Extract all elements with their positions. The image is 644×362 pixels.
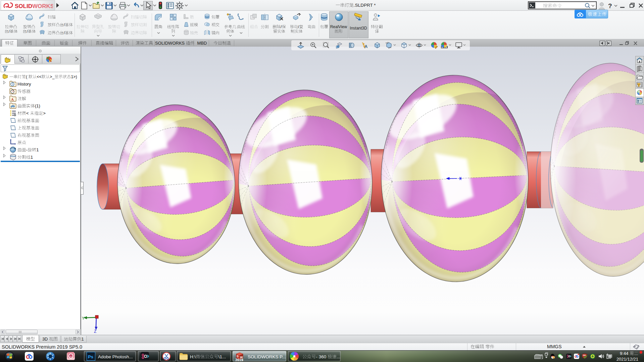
svg-text:A: A bbox=[364, 44, 368, 49]
svg-text:A: A bbox=[11, 97, 14, 101]
svg-text:S: S bbox=[237, 355, 239, 358]
svg-text:W: W bbox=[240, 356, 243, 359]
svg-text:SW: SW bbox=[583, 354, 586, 356]
svg-text:SOLIDWORKS: SOLIDWORKS bbox=[15, 3, 53, 9]
svg-text:✂: ✂ bbox=[70, 355, 72, 358]
svg-text:Ps: Ps bbox=[88, 354, 93, 359]
